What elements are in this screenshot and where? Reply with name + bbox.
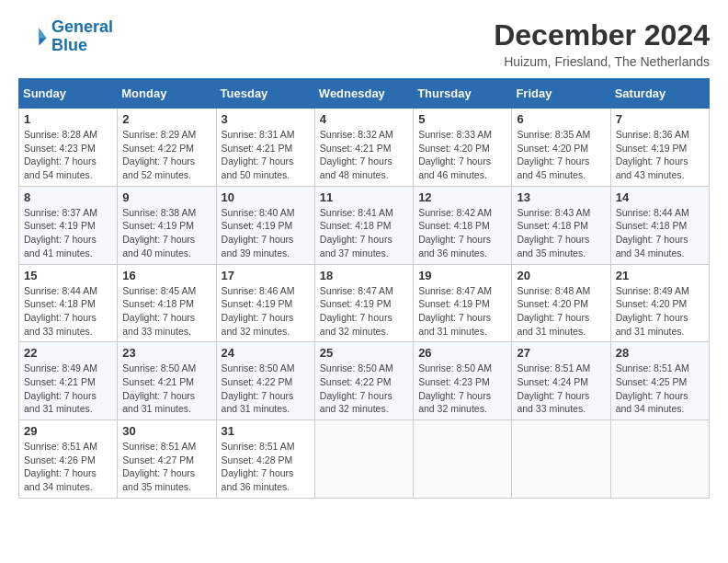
day-number: 20 — [517, 269, 605, 282]
day-detail: Sunrise: 8:46 AMSunset: 4:19 PMDaylight:… — [222, 284, 310, 339]
day-number: 1 — [24, 112, 112, 126]
day-number: 30 — [122, 424, 210, 438]
col-header-saturday: Saturday — [610, 79, 709, 109]
day-detail: Sunrise: 8:41 AMSunset: 4:18 PMDaylight:… — [320, 206, 408, 260]
day-cell: 19Sunrise: 8:47 AMSunset: 4:19 PMDayligh… — [414, 264, 512, 342]
day-number: 24 — [222, 346, 310, 360]
day-cell: 17Sunrise: 8:46 AMSunset: 4:19 PMDayligh… — [216, 264, 314, 342]
week-row-3: 15Sunrise: 8:44 AMSunset: 4:18 PMDayligh… — [19, 264, 710, 342]
day-cell: 12Sunrise: 8:42 AMSunset: 4:18 PMDayligh… — [414, 186, 512, 264]
day-detail: Sunrise: 8:44 AMSunset: 4:18 PMDaylight:… — [24, 284, 112, 339]
day-cell: 1Sunrise: 8:28 AMSunset: 4:23 PMDaylight… — [19, 109, 118, 187]
day-detail: Sunrise: 8:40 AMSunset: 4:19 PMDaylight:… — [222, 206, 310, 260]
day-detail: Sunrise: 8:49 AMSunset: 4:21 PMDaylight:… — [24, 362, 112, 416]
day-cell: 6Sunrise: 8:35 AMSunset: 4:20 PMDaylight… — [512, 109, 610, 187]
day-cell: 5Sunrise: 8:33 AMSunset: 4:20 PMDaylight… — [414, 109, 512, 187]
day-number: 4 — [320, 112, 408, 126]
day-cell: 14Sunrise: 8:44 AMSunset: 4:18 PMDayligh… — [610, 186, 709, 264]
week-row-1: 1Sunrise: 8:28 AMSunset: 4:23 PMDaylight… — [19, 109, 710, 187]
day-cell: 15Sunrise: 8:44 AMSunset: 4:18 PMDayligh… — [19, 264, 118, 342]
day-cell: 28Sunrise: 8:51 AMSunset: 4:25 PMDayligh… — [610, 342, 709, 420]
day-detail: Sunrise: 8:36 AMSunset: 4:19 PMDaylight:… — [616, 128, 704, 182]
day-cell — [414, 420, 512, 499]
day-number: 21 — [616, 269, 704, 282]
day-number: 26 — [418, 346, 506, 360]
month-title: December 2024 — [494, 18, 710, 52]
day-number: 11 — [320, 190, 408, 204]
day-detail: Sunrise: 8:38 AMSunset: 4:19 PMDaylight:… — [122, 206, 210, 260]
day-number: 19 — [418, 269, 506, 282]
calendar-body: 1Sunrise: 8:28 AMSunset: 4:23 PMDaylight… — [19, 109, 710, 499]
day-cell: 10Sunrise: 8:40 AMSunset: 4:19 PMDayligh… — [216, 186, 314, 264]
location-title: Huizum, Friesland, The Netherlands — [494, 54, 710, 69]
day-number: 15 — [24, 269, 112, 282]
day-detail: Sunrise: 8:51 AMSunset: 4:28 PMDaylight:… — [222, 440, 310, 494]
logo-blue: Blue — [51, 37, 113, 55]
col-header-friday: Friday — [512, 79, 610, 109]
day-number: 22 — [24, 346, 112, 360]
day-number: 13 — [517, 190, 605, 204]
day-cell: 11Sunrise: 8:41 AMSunset: 4:18 PMDayligh… — [314, 186, 413, 264]
logo: General Blue — [18, 18, 113, 55]
day-detail: Sunrise: 8:28 AMSunset: 4:23 PMDaylight:… — [24, 128, 112, 182]
day-cell: 18Sunrise: 8:47 AMSunset: 4:19 PMDayligh… — [314, 264, 413, 342]
day-detail: Sunrise: 8:47 AMSunset: 4:19 PMDaylight:… — [320, 284, 408, 339]
day-detail: Sunrise: 8:35 AMSunset: 4:20 PMDaylight:… — [517, 128, 605, 182]
day-number: 28 — [616, 346, 704, 360]
day-cell: 21Sunrise: 8:49 AMSunset: 4:20 PMDayligh… — [610, 264, 709, 342]
day-detail: Sunrise: 8:50 AMSunset: 4:23 PMDaylight:… — [418, 362, 506, 416]
svg-marker-1 — [39, 28, 46, 38]
week-row-5: 29Sunrise: 8:51 AMSunset: 4:26 PMDayligh… — [19, 420, 710, 499]
day-detail: Sunrise: 8:43 AMSunset: 4:18 PMDaylight:… — [517, 206, 605, 260]
day-number: 23 — [122, 346, 210, 360]
day-number: 3 — [222, 112, 310, 126]
day-cell: 30Sunrise: 8:51 AMSunset: 4:27 PMDayligh… — [118, 420, 216, 499]
day-detail: Sunrise: 8:51 AMSunset: 4:26 PMDaylight:… — [24, 440, 112, 494]
calendar-header-row: SundayMondayTuesdayWednesdayThursdayFrid… — [19, 79, 710, 109]
day-number: 8 — [24, 190, 112, 204]
day-number: 25 — [320, 346, 408, 360]
week-row-2: 8Sunrise: 8:37 AMSunset: 4:19 PMDaylight… — [19, 186, 710, 264]
day-cell: 13Sunrise: 8:43 AMSunset: 4:18 PMDayligh… — [512, 186, 610, 264]
col-header-wednesday: Wednesday — [314, 79, 413, 109]
logo-general: General — [51, 17, 113, 36]
day-detail: Sunrise: 8:50 AMSunset: 4:22 PMDaylight:… — [320, 362, 408, 416]
week-row-4: 22Sunrise: 8:49 AMSunset: 4:21 PMDayligh… — [19, 342, 710, 420]
day-cell: 16Sunrise: 8:45 AMSunset: 4:18 PMDayligh… — [118, 264, 216, 342]
day-number: 31 — [222, 424, 310, 438]
col-header-tuesday: Tuesday — [216, 79, 314, 109]
title-area: December 2024 Huizum, Friesland, The Net… — [494, 18, 710, 69]
day-number: 16 — [122, 269, 210, 282]
day-cell: 23Sunrise: 8:50 AMSunset: 4:21 PMDayligh… — [118, 342, 216, 420]
day-number: 6 — [517, 112, 605, 126]
day-number: 7 — [616, 112, 704, 126]
day-cell: 2Sunrise: 8:29 AMSunset: 4:22 PMDaylight… — [118, 109, 216, 187]
day-cell: 29Sunrise: 8:51 AMSunset: 4:26 PMDayligh… — [19, 420, 118, 499]
day-detail: Sunrise: 8:50 AMSunset: 4:21 PMDaylight:… — [122, 362, 210, 416]
day-cell: 26Sunrise: 8:50 AMSunset: 4:23 PMDayligh… — [414, 342, 512, 420]
day-detail: Sunrise: 8:42 AMSunset: 4:18 PMDaylight:… — [418, 206, 506, 260]
day-number: 17 — [222, 269, 310, 282]
day-detail: Sunrise: 8:49 AMSunset: 4:20 PMDaylight:… — [616, 284, 704, 339]
day-detail: Sunrise: 8:33 AMSunset: 4:20 PMDaylight:… — [418, 128, 506, 182]
day-number: 18 — [320, 269, 408, 282]
day-detail: Sunrise: 8:44 AMSunset: 4:18 PMDaylight:… — [616, 206, 704, 260]
day-detail: Sunrise: 8:51 AMSunset: 4:24 PMDaylight:… — [517, 362, 605, 416]
day-cell: 4Sunrise: 8:32 AMSunset: 4:21 PMDaylight… — [314, 109, 413, 187]
day-detail: Sunrise: 8:50 AMSunset: 4:22 PMDaylight:… — [222, 362, 310, 416]
day-number: 2 — [122, 112, 210, 126]
day-detail: Sunrise: 8:47 AMSunset: 4:19 PMDaylight:… — [418, 284, 506, 339]
day-number: 10 — [222, 190, 310, 204]
day-detail: Sunrise: 8:51 AMSunset: 4:27 PMDaylight:… — [122, 440, 210, 494]
col-header-monday: Monday — [118, 79, 216, 109]
day-cell: 22Sunrise: 8:49 AMSunset: 4:21 PMDayligh… — [19, 342, 118, 420]
day-cell — [512, 420, 610, 499]
day-cell: 31Sunrise: 8:51 AMSunset: 4:28 PMDayligh… — [216, 420, 314, 499]
day-detail: Sunrise: 8:48 AMSunset: 4:20 PMDaylight:… — [517, 284, 605, 339]
day-cell: 9Sunrise: 8:38 AMSunset: 4:19 PMDaylight… — [118, 186, 216, 264]
day-number: 12 — [418, 190, 506, 204]
day-cell: 8Sunrise: 8:37 AMSunset: 4:19 PMDaylight… — [19, 186, 118, 264]
day-number: 27 — [517, 346, 605, 360]
calendar-table: SundayMondayTuesdayWednesdayThursdayFrid… — [18, 78, 710, 499]
col-header-sunday: Sunday — [19, 79, 118, 109]
